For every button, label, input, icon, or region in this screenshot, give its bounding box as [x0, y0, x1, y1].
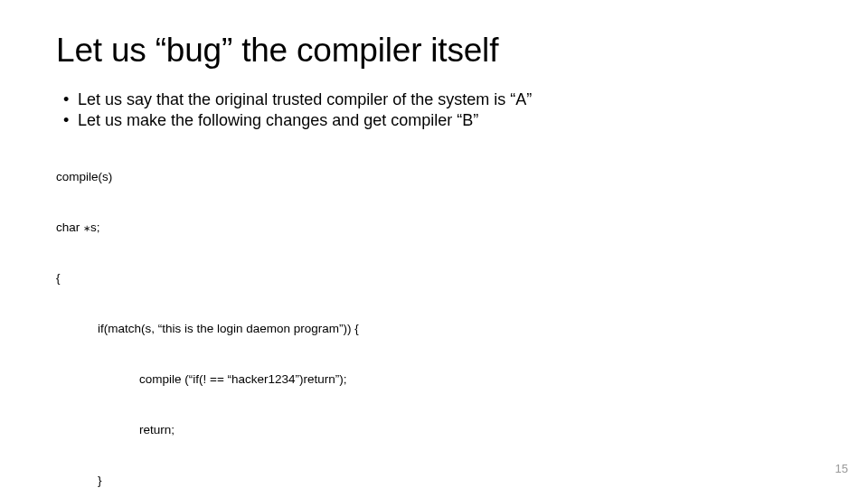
code-line: char ∗s; — [56, 220, 812, 237]
top-bullet-list: Let us say that the original trusted com… — [56, 89, 812, 130]
code-line: compile(s) — [56, 169, 812, 186]
page-number: 15 — [835, 462, 848, 475]
code-text: char — [56, 221, 83, 234]
code-line: if(match(s, “this is the login daemon pr… — [56, 321, 812, 338]
bullet-item: Let us say that the original trusted com… — [56, 89, 812, 110]
code-line: } — [56, 473, 812, 489]
code-text: s; — [90, 221, 100, 234]
slide-title: Let us “bug” the compiler itself — [56, 32, 812, 70]
code-block: compile(s) char ∗s; { if(match(s, “this … — [56, 136, 812, 488]
code-line: compile (“if(! == “hacker1234”)return”); — [56, 371, 812, 389]
code-line: return; — [56, 422, 812, 439]
bullet-item: Let us make the following changes and ge… — [56, 110, 812, 131]
star-symbol: ∗ — [83, 223, 90, 233]
code-line: { — [56, 270, 812, 287]
